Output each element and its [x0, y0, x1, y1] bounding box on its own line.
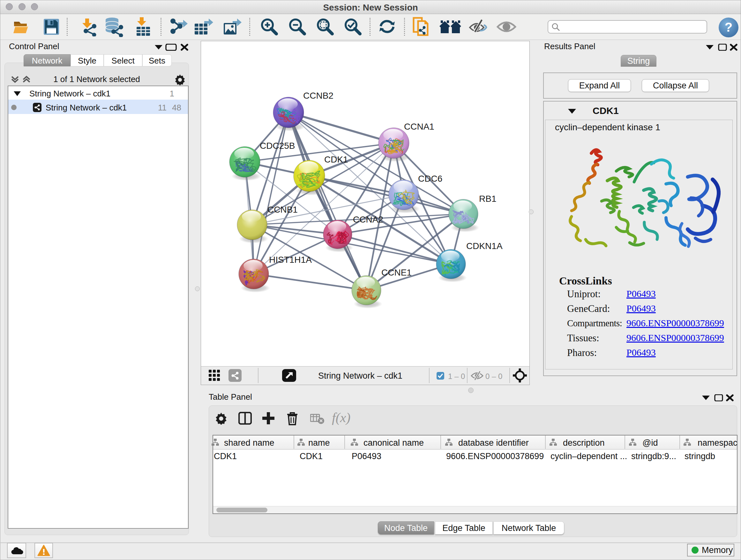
svg-text:CCNA2: CCNA2: [353, 214, 383, 225]
svg-text:CCNE1: CCNE1: [381, 267, 412, 277]
svg-text:CDK1: CDK1: [324, 154, 348, 165]
svg-text:CDKN1A: CDKN1A: [466, 241, 502, 251]
svg-text:CDC25B: CDC25B: [260, 141, 295, 151]
svg-text:CDC6: CDC6: [418, 174, 442, 184]
svg-text:CCNB1: CCNB1: [267, 205, 298, 214]
svg-text:CCNB2: CCNB2: [303, 91, 333, 101]
svg-text:CCNA1: CCNA1: [404, 122, 434, 132]
svg-text:HIST1H1A: HIST1H1A: [269, 255, 312, 265]
svg-text:RB1: RB1: [479, 194, 496, 204]
